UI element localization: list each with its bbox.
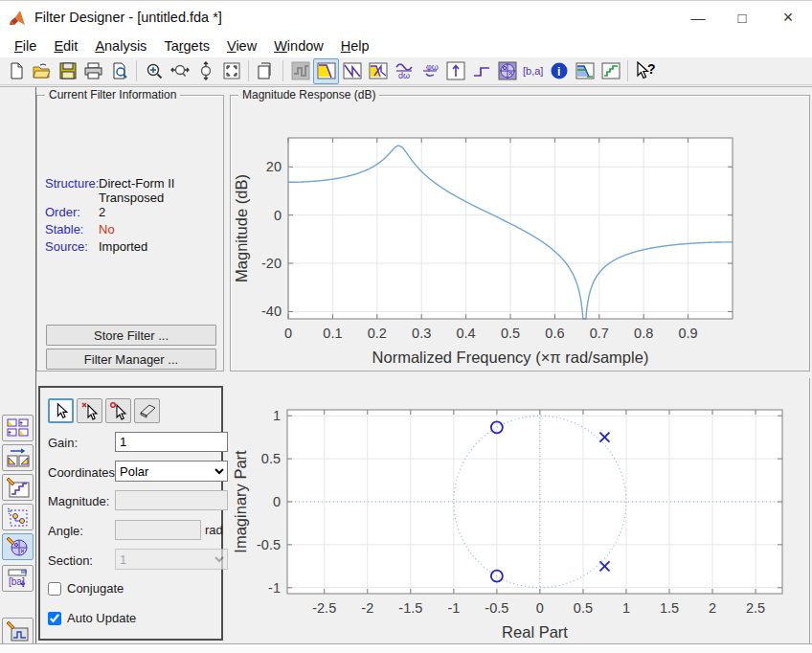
store-filter-button[interactable]: Store Filter ... — [46, 325, 216, 346]
magnitude-and-phase-icon — [369, 62, 388, 79]
open-file-button[interactable] — [29, 58, 55, 84]
pole-zero-plot-button[interactable] — [494, 58, 520, 84]
svg-text:-2.5: -2.5 — [312, 600, 336, 616]
staircase-signal-button[interactable] — [598, 58, 623, 84]
sidebar-button-multirate-filter[interactable] — [2, 504, 34, 530]
group-delay-button[interactable]: dω — [391, 58, 417, 84]
new-file-button[interactable] — [3, 58, 29, 84]
conjugate-row: Conjugate — [48, 581, 124, 596]
order-label: Order: — [45, 205, 80, 219]
save-button[interactable] — [55, 58, 80, 84]
context-help-button[interactable]: ? — [632, 58, 658, 84]
menu-edit[interactable]: Edit — [45, 36, 86, 56]
gain-input[interactable] — [115, 432, 228, 452]
full-view-button[interactable] — [218, 58, 244, 84]
delete-pole-zero-button[interactable] — [134, 398, 160, 423]
toolbar-separator — [627, 60, 628, 81]
filter-manager-button[interactable]: Filter Manager ... — [46, 349, 216, 370]
phase-response-button[interactable] — [339, 58, 365, 84]
svg-text:0.2: 0.2 — [368, 326, 387, 341]
sidebar-button-transform-filter[interactable] — [2, 444, 34, 471]
add-pole-button[interactable] — [77, 398, 102, 423]
filter-coefficients-button[interactable]: [b,a] — [520, 58, 546, 84]
sidebar-button-realize-model[interactable] — [2, 618, 34, 644]
phase-delay-button[interactable]: φω — [417, 58, 442, 84]
svg-text:i: i — [557, 65, 560, 79]
toolbar-separator — [248, 60, 249, 81]
filter-designer-window: Filter Designer - [untitled.fda *] — □ ×… — [0, 0, 812, 653]
add-zero-icon — [109, 401, 128, 420]
svg-text:0.1: 0.1 — [323, 326, 342, 341]
save-icon — [59, 62, 77, 79]
quantization-stairs-icon — [7, 477, 30, 498]
maximize-button[interactable]: □ — [720, 1, 764, 34]
svg-text:0.5: 0.5 — [501, 326, 520, 341]
magnitude-response-icon — [317, 62, 336, 79]
open-folder-icon — [33, 62, 51, 79]
svg-text:[b,a]: [b,a] — [523, 65, 543, 77]
svg-text:0.4: 0.4 — [457, 326, 476, 341]
sidebar-button-quantization-stairs[interactable] — [2, 474, 34, 501]
zoom-x-button[interactable] — [167, 58, 192, 84]
magnitude-label: Magnitude: — [48, 494, 109, 508]
source-label: Source: — [45, 239, 88, 254]
group-delay-icon: dω — [395, 61, 414, 80]
svg-text:0: 0 — [536, 600, 544, 616]
conjugate-checkbox[interactable] — [48, 582, 61, 596]
zoom-y-button[interactable] — [192, 58, 218, 84]
svg-text:1: 1 — [622, 600, 630, 616]
close-button[interactable]: × — [766, 1, 810, 34]
matlab-logo-icon — [9, 9, 27, 27]
angle-unit-label: rad — [205, 523, 223, 537]
menu-view[interactable]: View — [218, 36, 265, 56]
impulse-response-icon — [446, 61, 465, 80]
source-value: Imported — [99, 239, 147, 254]
magnitude-and-phase-button[interactable] — [365, 58, 391, 84]
phase-delay-icon: φω — [420, 61, 440, 80]
svg-text:-1: -1 — [268, 580, 281, 596]
auto-update-label: Auto Update — [67, 611, 136, 625]
menu-window[interactable]: Window — [265, 36, 332, 56]
step-response-button[interactable] — [468, 58, 494, 84]
toolbar: dω φω — [0, 57, 812, 85]
sidebar-button-pole-zero-editor[interactable] — [2, 533, 34, 560]
auto-update-checkbox[interactable] — [48, 612, 61, 625]
svg-text:0: 0 — [274, 208, 282, 223]
print-preview-button[interactable] — [106, 58, 132, 84]
add-zero-button[interactable] — [105, 398, 131, 423]
zoom-in-button[interactable] — [141, 58, 167, 84]
magnitude-input — [115, 490, 228, 510]
svg-text:1: 1 — [273, 408, 281, 423]
filter-disabled-icon — [291, 61, 310, 80]
svg-text:2.5: 2.5 — [746, 600, 765, 616]
pole-zero-plot-icon — [498, 61, 517, 80]
sidebar-button-import-filter[interactable]: [ba] — [2, 565, 34, 592]
transform-filter-icon — [7, 447, 30, 468]
multirate-filter-icon — [7, 507, 30, 528]
title-bar: Filter Designer - [untitled.fda *] — □ × — [0, 0, 812, 35]
svg-text:0.8: 0.8 — [634, 326, 653, 341]
move-pole-zero-button[interactable] — [48, 398, 74, 423]
menu-targets[interactable]: Targets — [155, 36, 218, 56]
impulse-response-button[interactable] — [442, 58, 468, 84]
step-response-icon — [472, 63, 491, 79]
menu-file[interactable]: File — [6, 36, 45, 56]
copy-button[interactable] — [253, 58, 279, 84]
magnitude-response-button[interactable] — [313, 58, 339, 84]
svg-text:-20: -20 — [261, 256, 282, 271]
svg-text:-1: -1 — [447, 600, 460, 616]
svg-text:0: 0 — [273, 494, 281, 509]
pole-zero-plot[interactable]: -2.5-2-1.5-1-0.500.511.522.5-1-0.500.51R… — [230, 378, 812, 643]
magnitude-specs-button[interactable] — [572, 58, 598, 84]
menu-help[interactable]: Help — [332, 36, 378, 56]
svg-text:dω: dω — [398, 71, 410, 80]
svg-text:2: 2 — [709, 600, 716, 616]
menu-analysis[interactable]: Analysis — [86, 36, 155, 56]
section-label: Section: — [48, 553, 93, 568]
coordinates-select[interactable]: Polar — [115, 461, 228, 482]
filter-information-button[interactable]: i — [546, 58, 572, 84]
print-button[interactable] — [80, 58, 106, 84]
sidebar-button-filter-cascade[interactable] — [2, 415, 34, 441]
magnitude-response-plot: 00.10.20.30.40.50.60.70.80.9-40-20020Nor… — [231, 96, 809, 371]
minimize-button[interactable]: — — [676, 1, 720, 34]
